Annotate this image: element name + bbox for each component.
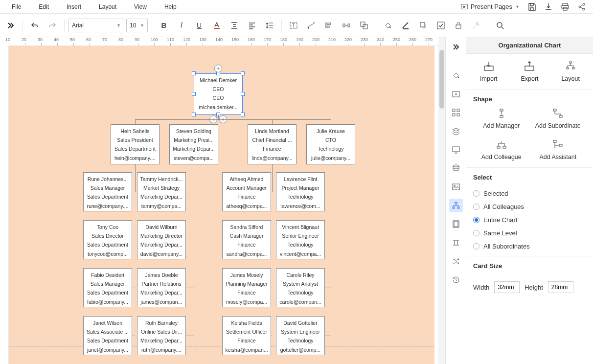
height-input[interactable] <box>548 281 573 293</box>
select-radio-0[interactable]: Selected <box>473 187 586 200</box>
selection-handle[interactable] <box>192 92 196 96</box>
distribute-button[interactable] <box>339 18 354 33</box>
shuffle-icon[interactable] <box>449 254 463 268</box>
org-node[interactable]: Steven GoldingMarketing Presi...Marketin… <box>169 124 218 164</box>
menu-edit[interactable]: Edit <box>30 1 58 12</box>
share-icon[interactable] <box>577 2 586 11</box>
group-button[interactable] <box>356 18 372 33</box>
menu-insert[interactable]: Insert <box>58 1 90 12</box>
selection-handle[interactable] <box>241 71 245 75</box>
org-node[interactable]: Julie KrauseCTOTechnologyjulie@company..… <box>306 124 355 164</box>
menu-view[interactable]: View <box>125 1 156 12</box>
arrange-icon[interactable] <box>449 236 463 250</box>
font-family-select[interactable]: Arial▼ <box>68 19 124 32</box>
selection-handle[interactable] <box>241 92 245 96</box>
theme-icon[interactable] <box>449 68 463 82</box>
orgchart-icon[interactable] <box>449 199 463 212</box>
line-spacing-button[interactable] <box>262 18 277 33</box>
lock-button[interactable] <box>451 18 466 33</box>
svg-rect-27 <box>457 114 459 116</box>
menu-help[interactable]: Help <box>156 1 185 12</box>
undo-button[interactable] <box>27 18 43 33</box>
org-node[interactable]: David WilburnMarketing DirectorMarketing… <box>137 220 186 259</box>
textbox-button[interactable]: T <box>286 18 301 33</box>
selection-handle[interactable] <box>241 113 245 116</box>
present-pages-button[interactable]: Present Pages ▼ <box>461 3 520 10</box>
selection-handle[interactable] <box>192 71 196 75</box>
align-objects-button[interactable] <box>321 18 337 33</box>
select-radio-2[interactable]: Entire Chart <box>473 213 586 227</box>
shadow-button[interactable] <box>415 18 431 33</box>
redo-button[interactable] <box>45 18 60 33</box>
org-node[interactable]: Michael DemkerCEOCEOmichealdemker... <box>194 73 243 114</box>
vertical-scrollbar[interactable] <box>438 37 445 364</box>
org-node[interactable]: Rune Johannes...Sales ManagerSales Depar… <box>83 172 132 211</box>
search-button[interactable] <box>492 18 508 33</box>
grid-icon[interactable] <box>449 106 463 119</box>
add-assistant-button[interactable]: Add Assistant <box>530 140 587 160</box>
width-label: Width <box>473 284 489 291</box>
menu-file[interactable]: File <box>3 1 30 12</box>
font-value: Arial <box>72 22 84 29</box>
canvas[interactable]: Michael DemkerCEOCEOmichealdemker...++▲H… <box>9 46 445 364</box>
add-manager-button[interactable]: Add Manager <box>473 109 530 129</box>
history-icon[interactable] <box>449 273 463 287</box>
import-panel-icon[interactable] <box>449 87 463 101</box>
connector-button[interactable] <box>303 18 319 33</box>
select-radio-4[interactable]: All Subordinates <box>473 240 586 253</box>
org-node[interactable]: Sandra SiffordCash ManagerFinancesandra@… <box>222 220 271 259</box>
org-node[interactable]: Fabio DesideriSales ManagerSales Departm… <box>83 268 132 307</box>
select-radio-1[interactable]: All Colleagues <box>473 200 586 213</box>
tools-button[interactable] <box>468 18 484 33</box>
data-icon[interactable] <box>449 161 463 175</box>
org-node[interactable]: Ruth BarnsleyOnline Sales Dir...Marketin… <box>137 316 186 355</box>
width-input[interactable] <box>494 281 520 293</box>
export-button[interactable]: Export <box>510 61 549 82</box>
check-button[interactable] <box>433 18 449 33</box>
org-node[interactable]: James DoeblePartner RelationsMarketing D… <box>137 268 186 307</box>
text-align-v-button[interactable] <box>227 18 242 33</box>
org-node[interactable]: Atheeq AhmedAccount ManagerFinanceatheeq… <box>222 172 271 211</box>
org-node[interactable]: David GottelierSystem EngineerTechnology… <box>276 316 325 355</box>
collapse-icon[interactable] <box>3 18 19 33</box>
org-node[interactable]: Hein SabelisSales PresidentSales Departm… <box>111 124 160 164</box>
add-subordinate-button[interactable]: Add Subordinate <box>530 109 587 129</box>
font-size-select[interactable]: 10▼ <box>126 19 148 32</box>
italic-button[interactable]: I <box>174 18 189 33</box>
add-colleague-button[interactable]: Add Colleague <box>473 140 530 160</box>
org-node[interactable]: James MoselyPlanning ManagerFinancemosel… <box>222 268 271 307</box>
org-node[interactable]: Linda MortlandChief Financial ...Finance… <box>248 124 296 164</box>
scrollbar-thumb[interactable] <box>439 50 444 109</box>
org-node[interactable]: Carole RileySystem AnalystTechnologycaro… <box>276 268 325 307</box>
org-node[interactable]: Lawrence FlintProject ManagerTechnologyl… <box>276 172 325 211</box>
stroke-button[interactable] <box>398 18 413 33</box>
expand-panel-icon[interactable] <box>449 40 463 54</box>
org-node[interactable]: Keisha FieldsSettlement OfficerFinanceke… <box>222 316 271 355</box>
layers-icon[interactable] <box>449 124 463 138</box>
print-icon[interactable] <box>561 2 570 11</box>
presentation-icon[interactable] <box>449 143 463 157</box>
import-button[interactable]: Import <box>469 61 508 82</box>
layout-button[interactable]: Layout <box>551 61 590 82</box>
org-node[interactable]: Tony CooSales DirectorSales Departmentto… <box>83 220 132 259</box>
menu-right: Present Pages ▼ <box>461 2 590 11</box>
size-section: Card Size Width Height <box>466 256 593 299</box>
text-align-h-button[interactable] <box>244 18 260 33</box>
page-icon[interactable] <box>449 217 463 231</box>
save-icon[interactable] <box>527 2 536 11</box>
underline-button[interactable]: U <box>191 18 207 33</box>
image-icon[interactable] <box>449 180 463 194</box>
fill-button[interactable] <box>380 18 396 33</box>
plus-top-icon[interactable]: + <box>214 65 222 72</box>
download-icon[interactable] <box>544 2 553 11</box>
svg-rect-11 <box>327 23 331 24</box>
selection-handle[interactable] <box>192 113 196 116</box>
org-node[interactable]: Tammy Hendrick...Market StrategyMarketin… <box>137 172 186 211</box>
org-node[interactable]: Janet WilsonSales Associate ...Sales Dep… <box>83 316 132 355</box>
org-node[interactable]: Vincent BlignautSenior EngineerTechnolog… <box>276 220 325 259</box>
menu-layout[interactable]: Layout <box>90 1 125 12</box>
font-color-button[interactable] <box>209 18 225 33</box>
select-section: Select SelectedAll ColleaguesEntire Char… <box>466 167 593 256</box>
bold-button[interactable]: B <box>156 18 172 33</box>
select-radio-3[interactable]: Same Level <box>473 227 586 240</box>
